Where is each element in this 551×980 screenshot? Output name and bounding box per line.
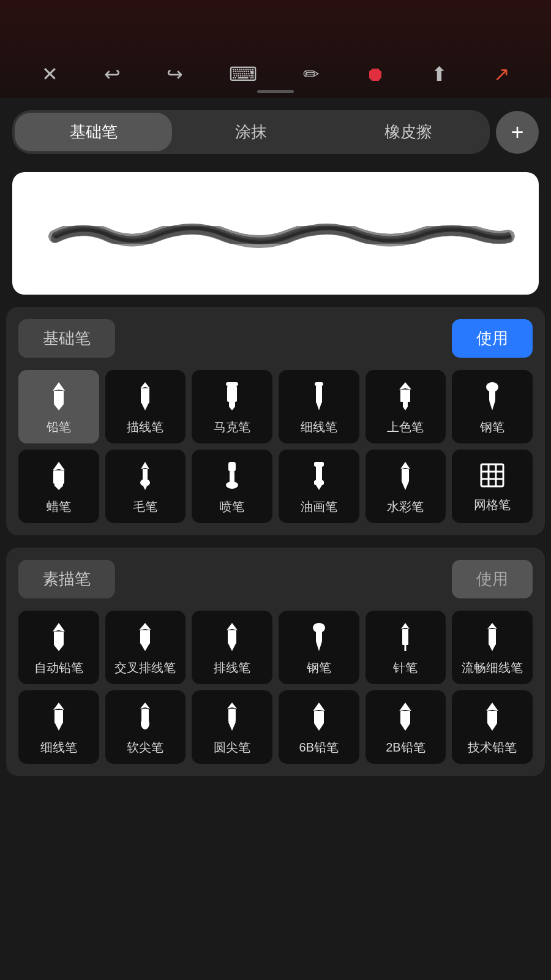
sketch-title: 素描笔	[18, 560, 115, 598]
share-icon[interactable]: ↗	[493, 62, 510, 86]
export-icon[interactable]: ⬆	[431, 62, 448, 86]
brush-item-oil[interactable]: 油画笔	[279, 450, 359, 523]
brush-item-fountain[interactable]: 钢笔	[452, 370, 533, 443]
svg-marker-2	[54, 404, 64, 410]
sketch-pen-section: 素描笔 使用 自动铅笔 交叉排线笔	[6, 548, 545, 776]
pen-icon[interactable]: ✏	[303, 62, 320, 86]
svg-marker-35	[400, 462, 410, 469]
sketch-use-button[interactable]: 使用	[452, 560, 533, 598]
sketch-item-2b[interactable]: 2B铅笔	[365, 690, 446, 764]
sketch-item-autopencil[interactable]: 自动铅笔	[18, 611, 99, 684]
brush-label-fountain: 钢笔	[480, 419, 504, 435]
brush-item-watercolor[interactable]: 水彩笔	[365, 450, 446, 523]
svg-marker-23	[55, 486, 62, 490]
6b-icon	[307, 701, 331, 734]
color-icon	[393, 381, 418, 414]
sketch-item-pen[interactable]: 钢笔	[279, 611, 359, 684]
sketch-item-softtip[interactable]: 软尖笔	[105, 690, 186, 764]
2b-icon	[393, 701, 418, 734]
svg-marker-9	[229, 407, 235, 410]
close-icon[interactable]: ✕	[42, 62, 58, 86]
brush-item-color[interactable]: 上色笔	[365, 370, 446, 443]
svg-marker-69	[228, 722, 236, 731]
tab-group: 基础笔 涂抹 橡皮擦	[12, 110, 490, 154]
top-bar: ✕ ↩ ↪ ⌨ ✏ ⏺ ⬆ ↗	[0, 0, 551, 98]
needle-icon	[393, 622, 418, 655]
basic-use-button[interactable]: 使用	[452, 319, 533, 358]
brush-item-pencil[interactable]: 铅笔	[18, 370, 99, 443]
brush-label-watercolor: 水彩笔	[387, 499, 424, 514]
tab-smear[interactable]: 涂抹	[172, 113, 329, 151]
svg-rect-33	[314, 480, 324, 485]
sketch-brush-grid: 自动铅笔 交叉排线笔 排线笔	[18, 611, 533, 764]
basic-title: 基础笔	[18, 319, 115, 358]
svg-rect-47	[140, 630, 150, 644]
svg-rect-28	[228, 462, 236, 472]
basic-brush-grid: 铅笔 描线笔 马克笔	[18, 370, 533, 523]
sketch-item-thinline[interactable]: 细线笔	[18, 690, 99, 764]
brush-label-pencil: 铅笔	[47, 419, 71, 435]
svg-marker-63	[55, 723, 62, 731]
sketch-item-6b[interactable]: 6B铅笔	[279, 690, 359, 764]
svg-rect-62	[54, 710, 63, 723]
brush-item-brush[interactable]: 毛笔	[105, 450, 186, 523]
svg-rect-10	[315, 382, 323, 386]
svg-marker-45	[54, 645, 64, 651]
svg-rect-14	[400, 390, 410, 402]
svg-marker-27	[143, 486, 147, 490]
svg-rect-25	[143, 469, 148, 480]
undo-icon[interactable]: ↩	[104, 62, 121, 86]
drag-handle[interactable]	[257, 90, 294, 93]
tab-eraser[interactable]: 橡皮擦	[330, 113, 487, 151]
svg-rect-74	[400, 711, 410, 723]
brush-label-hatch: 排线笔	[214, 660, 250, 676]
redo-icon[interactable]: ↪	[167, 62, 183, 86]
svg-rect-1	[54, 391, 64, 404]
svg-rect-4	[141, 388, 149, 403]
brush-item-crayon[interactable]: 蜡笔	[18, 450, 99, 523]
svg-marker-51	[228, 644, 236, 651]
tab-draw[interactable]: 基础笔	[15, 113, 172, 151]
svg-marker-76	[486, 703, 498, 711]
marker-icon	[220, 381, 244, 414]
svg-rect-31	[314, 462, 324, 467]
sketch-item-hatch[interactable]: 排线笔	[192, 611, 272, 684]
svg-rect-21	[53, 470, 64, 484]
svg-marker-75	[400, 723, 410, 731]
smooth-icon	[480, 622, 504, 655]
add-button[interactable]: +	[496, 111, 539, 154]
brush-item-liner[interactable]: 描线笔	[105, 370, 186, 443]
brush-item-marker[interactable]: 马克笔	[192, 370, 272, 443]
brush-label-color: 上色笔	[387, 419, 424, 435]
sketch-item-crosshatch[interactable]: 交叉排线笔	[105, 611, 186, 684]
brush-item-grid[interactable]: 网格笔	[452, 450, 533, 523]
svg-point-66	[141, 717, 149, 729]
svg-marker-72	[314, 723, 324, 731]
brush-label-liner: 描线笔	[127, 419, 163, 435]
brush-item-thinliner[interactable]: 细线笔	[279, 370, 359, 443]
brush-item-spray[interactable]: 喷笔	[192, 450, 272, 523]
svg-marker-5	[141, 403, 149, 410]
liner-icon	[133, 381, 157, 414]
svg-marker-20	[53, 462, 65, 470]
crosshatch-icon	[133, 622, 157, 655]
edit-icon[interactable]: ⌨	[229, 62, 257, 86]
svg-rect-53	[316, 631, 322, 641]
svg-rect-8	[229, 402, 235, 407]
svg-marker-34	[316, 485, 322, 490]
brush-label-6b: 6B铅笔	[299, 739, 339, 755]
sketch-item-smooth[interactable]: 流畅细线笔	[452, 611, 533, 684]
brush-label-thinline: 细线笔	[40, 739, 77, 755]
brush-label-techpencil: 技术铅笔	[468, 739, 517, 755]
svg-marker-37	[402, 481, 409, 490]
svg-rect-38	[481, 464, 503, 486]
fountain-icon	[480, 381, 504, 414]
sketch-item-techpencil[interactable]: 技术铅笔	[452, 690, 533, 764]
svg-rect-71	[314, 711, 324, 723]
sketch-item-needle[interactable]: 针笔	[365, 611, 446, 684]
sketch-item-roundtip[interactable]: 圆尖笔	[192, 690, 272, 764]
record-icon[interactable]: ⏺	[365, 63, 385, 86]
svg-marker-54	[316, 641, 322, 651]
techpencil-icon	[480, 701, 504, 734]
svg-rect-56	[402, 629, 408, 645]
